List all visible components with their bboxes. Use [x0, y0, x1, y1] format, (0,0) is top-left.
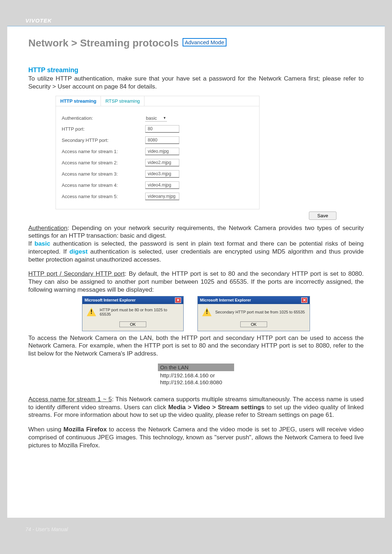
tab-rtsp-streaming[interactable]: RTSP streaming [101, 96, 144, 106]
lan-box: On the LAN http://192.168.4.160 or http:… [158, 364, 234, 387]
intro-text: To utilize HTTP authentication, make sur… [28, 75, 364, 91]
mode-badge: Advanced Mode [183, 38, 226, 46]
secondary-http-port-input[interactable]: 8080 [145, 136, 179, 144]
close-icon[interactable]: ✕ [301, 297, 307, 303]
stream4-name-input[interactable]: video4.mjpg [145, 181, 179, 189]
panel-body: Authentication: basic ▼ HTTP port: 80 Se… [56, 106, 259, 209]
panel-tabs: HTTP streaming RTSP streaming [56, 96, 259, 106]
stream3-name-input[interactable]: video3.mjpg [145, 170, 179, 178]
row-label: Secondary HTTP port: [62, 138, 145, 143]
ok-button[interactable]: OK [240, 321, 267, 327]
row-label: Access name for stream 4: [62, 182, 145, 188]
save-button[interactable]: Save [309, 212, 336, 220]
warning-icon: ! [202, 308, 212, 316]
dialog-message: HTTP port must be 80 or from 1025 to 655… [100, 308, 179, 316]
port-paragraph: HTTP port / Secondary HTTP port: By defa… [28, 270, 364, 294]
lan-line: http://192.168.4.160:8080 [160, 379, 232, 386]
lan-header: On the LAN [158, 364, 234, 371]
access-paragraph: Access name for stream 1 ~ 5: This Netwo… [28, 395, 364, 419]
brand-header: VIVOTEK [7, 11, 385, 26]
row-label: Authentication: [62, 115, 145, 121]
select-value: basic [146, 115, 157, 121]
section-title-http-streaming: HTTP streaming [28, 66, 364, 74]
tab-http-streaming[interactable]: HTTP streaming [56, 96, 101, 106]
warning-dialog-1: Microsoft Internet Explorer ✕ ! HTTP por… [82, 296, 184, 331]
warning-dialog-2: Microsoft Internet Explorer ✕ ! Secondar… [197, 296, 310, 331]
ok-button[interactable]: OK [119, 321, 146, 327]
row-label: Access name for stream 3: [62, 171, 145, 177]
dialog-title: Microsoft Internet Explorer [85, 298, 136, 302]
lan-line: http://192.168.4.160 or [160, 372, 232, 379]
page-footer: 74 - User's Manual [25, 526, 68, 533]
settings-panel: HTTP streaming RTSP streaming Authentica… [56, 96, 260, 209]
stream1-name-input[interactable]: video.mjpg [145, 148, 179, 155]
auth-paragraph: Authentication: Depending on your networ… [28, 224, 364, 264]
firefox-paragraph: When using Mozilla Firefox to access the… [28, 426, 364, 449]
divider [7, 26, 385, 26]
dialog-message: Secondary HTTP port must be from 1025 to… [215, 310, 305, 314]
stream2-name-input[interactable]: video2.mjpg [145, 159, 179, 167]
warning-icon: ! [87, 308, 96, 316]
page-title: Network > Streaming protocols [28, 37, 179, 49]
authentication-select[interactable]: basic ▼ [145, 115, 167, 122]
row-label: HTTP port: [62, 126, 145, 132]
chevron-down-icon: ▼ [163, 116, 166, 120]
stream5-name-input[interactable]: videoany.mjpg [145, 193, 179, 200]
row-label: Access name for stream 1: [62, 149, 145, 154]
dialog-title: Microsoft Internet Explorer [200, 298, 251, 302]
close-icon[interactable]: ✕ [175, 297, 181, 303]
row-label: Access name for stream 5: [62, 194, 145, 199]
row-label: Access name for stream 2: [62, 160, 145, 165]
http-port-input[interactable]: 80 [145, 125, 179, 133]
lan-paragraph: To access the Network Camera on the LAN,… [28, 334, 364, 358]
